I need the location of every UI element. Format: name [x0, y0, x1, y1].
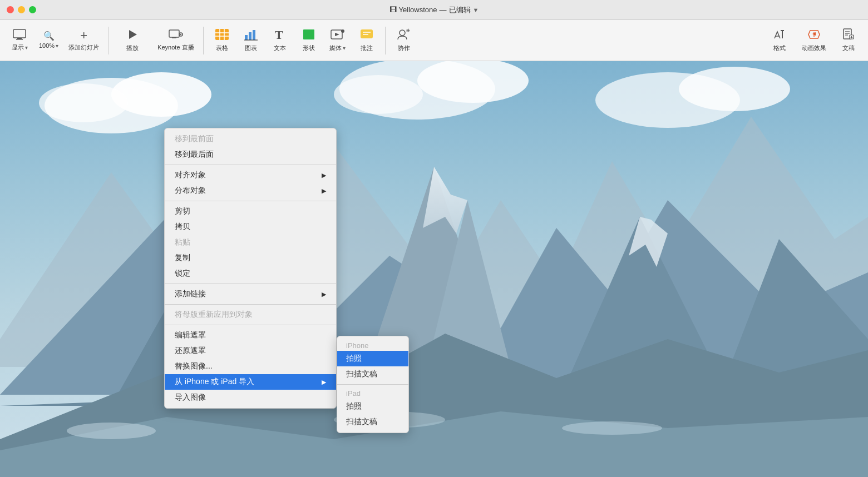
add-slide-button[interactable]: + 添加幻灯片 [64, 27, 103, 54]
menu-sep-1 [165, 165, 336, 165]
doc-icon [842, 28, 855, 42]
display-icon [13, 29, 26, 42]
menu-item-reapply-master[interactable]: 将母版重新应用到对象 [165, 307, 336, 322]
divider-1 [108, 27, 108, 54]
titlebar: 🎞 Yellowstone — 已编辑 ▼ [0, 0, 868, 20]
shape-button[interactable]: 形状 [295, 26, 323, 54]
text-icon: T [273, 28, 287, 42]
chart-button[interactable]: 图表 [237, 26, 265, 54]
submenu-arrow-distribute: ▶ [322, 187, 326, 195]
keynote-live-button[interactable]: Keynote 直播 [153, 27, 198, 54]
svg-rect-4 [169, 30, 179, 37]
media-icon [331, 28, 345, 42]
menu-item-import-image[interactable]: 导入图像 [165, 390, 336, 405]
menu-sep-5 [165, 325, 336, 325]
svg-point-43 [111, 72, 211, 117]
keynote-icon: 🎞 [389, 6, 397, 14]
main-canvas: 移到最前面 移到最后面 对齐对象 ▶ 分布对象 ▶ 剪切 拷贝 粘贴 复制 锁定 [0, 61, 868, 477]
keynote-live-icon [169, 29, 183, 42]
menu-item-duplicate[interactable]: 复制 [165, 250, 336, 266]
svg-point-7 [180, 34, 181, 35]
svg-text:+: + [407, 28, 410, 33]
traffic-lights [7, 6, 36, 13]
svg-rect-15 [253, 30, 255, 40]
svg-point-44 [39, 83, 128, 122]
submenu-arrow-link: ▶ [322, 291, 326, 298]
menu-sep-2 [165, 201, 336, 201]
mountain-illustration [0, 61, 868, 477]
menu-item-cut[interactable]: 剪切 [165, 203, 336, 219]
submenu-ipad-photo[interactable]: 拍照 [337, 399, 408, 414]
svg-rect-2 [16, 39, 23, 40]
collab-icon: + [397, 28, 411, 42]
zoom-button[interactable]: 🔍 100% ▾ [34, 29, 63, 51]
shape-icon [302, 28, 315, 42]
menu-sep-4 [165, 304, 336, 305]
format-icon [773, 28, 786, 42]
svg-point-61 [67, 423, 156, 439]
table-icon [215, 28, 229, 42]
menu-item-distribute[interactable]: 分布对象 ▶ [165, 183, 336, 198]
zoom-icon: 🔍 [43, 32, 55, 41]
menu-item-align[interactable]: 对齐对象 ▶ [165, 167, 336, 183]
divider-2 [203, 27, 204, 54]
play-button[interactable]: 播放 [113, 26, 152, 54]
submenu-iphone-photo[interactable]: 拍照 [337, 351, 408, 366]
submenu-iphone-scan[interactable]: 扫描文稿 [337, 366, 408, 382]
svg-rect-1 [17, 38, 22, 39]
menu-item-paste[interactable]: 粘贴 [165, 235, 336, 250]
menu-item-add-link[interactable]: 添加链接 ▶ [165, 286, 336, 302]
svg-rect-22 [361, 29, 373, 38]
collab-button[interactable]: + 协作 [390, 26, 418, 54]
svg-point-25 [400, 30, 405, 36]
table-button[interactable]: 表格 [208, 26, 236, 54]
animate-icon [807, 28, 821, 42]
chevron-down-icon[interactable]: ▼ [473, 7, 479, 13]
add-slide-icon: + [80, 29, 87, 42]
divider-3 [385, 27, 386, 54]
menu-item-edit-mask[interactable]: 编辑遮罩 [165, 327, 336, 343]
menu-item-reset-mask[interactable]: 还原遮罩 [165, 343, 336, 359]
comment-icon [359, 28, 374, 42]
svg-point-49 [679, 67, 790, 111]
minimize-button[interactable] [18, 6, 25, 13]
svg-point-63 [562, 421, 662, 435]
doc-button[interactable]: 文稿 [835, 26, 862, 54]
svg-rect-13 [245, 35, 248, 40]
import-submenu: iPhone 拍照 扫描文稿 iPad 拍照 扫描文稿 [337, 336, 409, 433]
submenu-arrow-align: ▶ [322, 172, 326, 179]
svg-rect-8 [215, 29, 229, 40]
menu-item-lock[interactable]: 锁定 [165, 266, 336, 281]
toolbar: 显示 ▾ 🔍 100% ▾ + 添加幻灯片 播放 [0, 20, 868, 61]
submenu-arrow-import: ▶ [322, 379, 326, 386]
ipad-section-label: iPad [337, 387, 408, 399]
play-icon [126, 28, 139, 42]
context-menu: 移到最前面 移到最后面 对齐对象 ▶ 分布对象 ▶ 剪切 拷贝 粘贴 复制 锁定 [164, 128, 337, 409]
svg-marker-3 [129, 30, 137, 39]
maximize-button[interactable] [29, 6, 36, 13]
menu-sep-3 [165, 284, 336, 284]
svg-rect-18 [303, 29, 314, 39]
window-title: 🎞 Yellowstone — 已编辑 ▼ [389, 5, 479, 15]
text-button[interactable]: T 文本 [266, 26, 294, 54]
menu-item-replace-image[interactable]: 替换图像... [165, 359, 336, 374]
menu-item-send-to-back[interactable]: 移到最后面 [165, 147, 336, 162]
iphone-section-label: iPhone [337, 339, 408, 351]
submenu-ipad-scan[interactable]: 扫描文稿 [337, 414, 408, 430]
menu-item-import-from[interactable]: 从 iPhone 或 iPad 导入 ▶ [165, 374, 336, 390]
comment-button[interactable]: 批注 [353, 26, 381, 54]
close-button[interactable] [7, 6, 14, 13]
animate-button[interactable]: 动画效果 [795, 26, 834, 54]
svg-point-47 [334, 75, 423, 114]
display-button[interactable]: 显示 ▾ [6, 27, 33, 54]
media-button[interactable]: 媒体 ▾ [324, 26, 352, 54]
submenu-sep-1 [337, 384, 408, 385]
zoom-dropdown-icon: ▾ [56, 43, 58, 49]
menu-item-bring-to-front[interactable]: 移到最前面 [165, 131, 336, 147]
menu-item-copy[interactable]: 拷贝 [165, 219, 336, 235]
format-button[interactable]: 格式 [766, 26, 793, 54]
chart-icon [244, 28, 258, 42]
svg-text:T: T [275, 28, 283, 41]
svg-rect-14 [249, 32, 251, 40]
media-dropdown-icon: ▾ [343, 45, 346, 51]
